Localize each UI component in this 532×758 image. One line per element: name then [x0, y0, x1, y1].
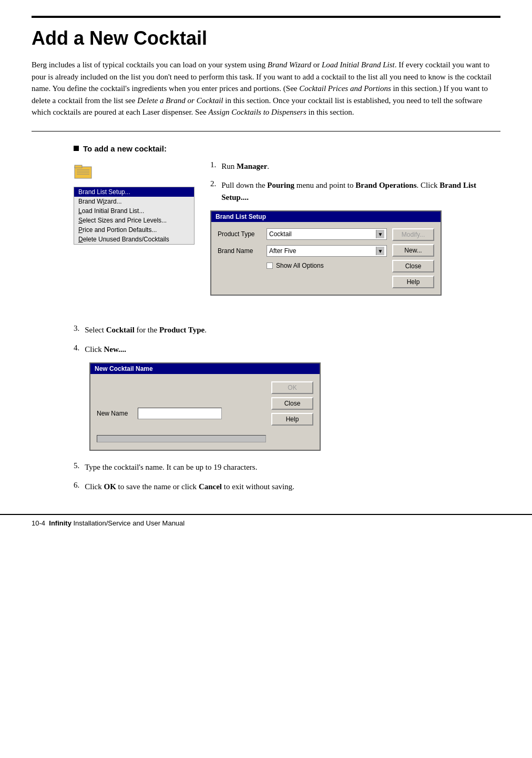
step-2-text: Pull down the Pouring menu and point to …: [221, 179, 500, 203]
step-5-text: Type the cocktail's name. It can be up t…: [85, 461, 257, 473]
help-button-1[interactable]: Help: [392, 276, 434, 288]
brand-list-title-bar: Brand List Setup: [211, 211, 441, 222]
right-steps: 1. Run Manager. 2. Pull down the Pouring…: [210, 160, 500, 307]
menu-item-wizard: Brand Wizard...: [74, 197, 194, 206]
step-5-num: 5.: [74, 461, 79, 470]
menu-item-price: Price and Portion Defaults...: [74, 225, 194, 235]
new-cocktail-body: New Name OK Close Help: [90, 374, 320, 450]
step-4: 4. Click New....: [74, 343, 500, 356]
product-type-value: Cocktail: [269, 230, 292, 238]
top-border: [32, 16, 500, 18]
new-cocktail-fields: New Name: [97, 381, 266, 442]
new-cocktail-title-bar: New Cocktail Name: [90, 363, 320, 374]
product-type-row: Product Type Cocktail ▼: [218, 228, 387, 240]
modify-button[interactable]: Modify...: [392, 228, 434, 241]
manager-icon: [74, 161, 93, 180]
bullet-square: [74, 146, 79, 151]
product-type-arrow[interactable]: ▼: [376, 230, 384, 238]
menu-item-highlighted: Brand List Setup...: [74, 187, 194, 197]
step-2: 2. Pull down the Pouring menu and point …: [210, 179, 500, 203]
step-5: 5. Type the cocktail's name. It can be u…: [74, 461, 500, 473]
main-content: To add a new cocktail:: [32, 144, 500, 500]
new-name-label: New Name: [97, 410, 134, 417]
step-3-text: Select Cocktail for the Product Type.: [85, 324, 207, 336]
svg-rect-1: [75, 165, 82, 168]
ok-button[interactable]: OK: [271, 381, 313, 394]
brand-name-row: Brand Name After Five ▼: [218, 245, 387, 257]
step-3: 3. Select Cocktail for the Product Type.: [74, 324, 500, 336]
step-6-text: Click OK to save the name or click Cance…: [85, 481, 294, 493]
new-cocktail-buttons: OK Close Help: [271, 381, 313, 442]
page-container: Add a New Cocktail Berg includes a list …: [0, 0, 532, 531]
instruction-header: To add a new cocktail:: [74, 144, 500, 153]
brand-list-buttons: Modify... New... Close Help: [392, 228, 434, 288]
brand-name-label: Brand Name: [218, 247, 262, 255]
step-4-text: Click New....: [85, 343, 126, 356]
step-1-num: 1.: [210, 160, 216, 169]
menu-item-delete: Delete Unused Brands/Cocktails: [74, 235, 194, 244]
brand-name-select[interactable]: After Five ▼: [267, 245, 387, 257]
show-all-checkbox[interactable]: [267, 262, 273, 269]
product-type-select[interactable]: Cocktail ▼: [267, 228, 387, 240]
brand-name-arrow[interactable]: ▼: [376, 247, 384, 255]
footer-page-ref: 10-4: [32, 519, 45, 527]
menu-item-load: Load Initial Brand List...: [74, 206, 194, 216]
left-panel: Brand List Setup... Brand Wizard... Load…: [74, 160, 195, 307]
new-button[interactable]: New...: [392, 244, 434, 257]
new-cocktail-dialog: New Cocktail Name New Name OK: [89, 362, 321, 451]
single-steps: 3. Select Cocktail for the Product Type.…: [74, 324, 500, 500]
manager-icon-area: [74, 161, 195, 183]
new-name-row: New Name: [97, 408, 266, 419]
section-divider: [32, 131, 500, 132]
footer-bar: 10-4 Infinity Installation/Service and U…: [0, 514, 532, 531]
close-button-2[interactable]: Close: [271, 397, 313, 410]
page-title: Add a New Cocktail: [32, 27, 500, 49]
help-button-2[interactable]: Help: [271, 413, 313, 426]
brand-name-value: After Five: [269, 247, 296, 255]
new-cocktail-dialog-wrapper: New Cocktail Name New Name OK: [89, 362, 500, 451]
step-3-num: 3.: [74, 324, 79, 333]
step-6: 6. Click OK to save the name or click Ca…: [74, 481, 500, 493]
step-2-num: 2.: [210, 179, 216, 188]
dialog-fields: Product Type Cocktail ▼ Brand Name After…: [218, 228, 387, 288]
close-button-1[interactable]: Close: [392, 260, 434, 272]
menu-item-sizes: Select Sizes and Price Levels...: [74, 216, 194, 225]
step-4-num: 4.: [74, 343, 79, 352]
ok-spacer: [97, 381, 266, 392]
product-type-label: Product Type: [218, 230, 262, 238]
footer-brand: Infinity: [49, 519, 71, 527]
intro-text: Berg includes a list of typical cocktail…: [32, 59, 500, 118]
instruction-header-text: To add a new cocktail:: [83, 144, 167, 153]
new-name-input[interactable]: [138, 408, 222, 419]
step-6-num: 6.: [74, 481, 79, 490]
show-all-label: Show All Options: [276, 262, 324, 269]
svg-rect-0: [75, 167, 91, 178]
brand-list-body: Product Type Cocktail ▼ Brand Name After…: [211, 222, 441, 295]
steps-area: Brand List Setup... Brand Wizard... Load…: [74, 160, 500, 307]
show-all-row: Show All Options: [267, 262, 387, 269]
menu-box: Brand List Setup... Brand Wizard... Load…: [74, 187, 195, 245]
brand-list-dialog: Brand List Setup Product Type Cocktail ▼: [210, 210, 442, 296]
step-1: 1. Run Manager.: [210, 160, 500, 173]
progress-bar: [97, 435, 266, 442]
step-1-text: Run Manager.: [221, 160, 269, 173]
footer-text: Installation/Service and User Manual: [71, 519, 185, 527]
